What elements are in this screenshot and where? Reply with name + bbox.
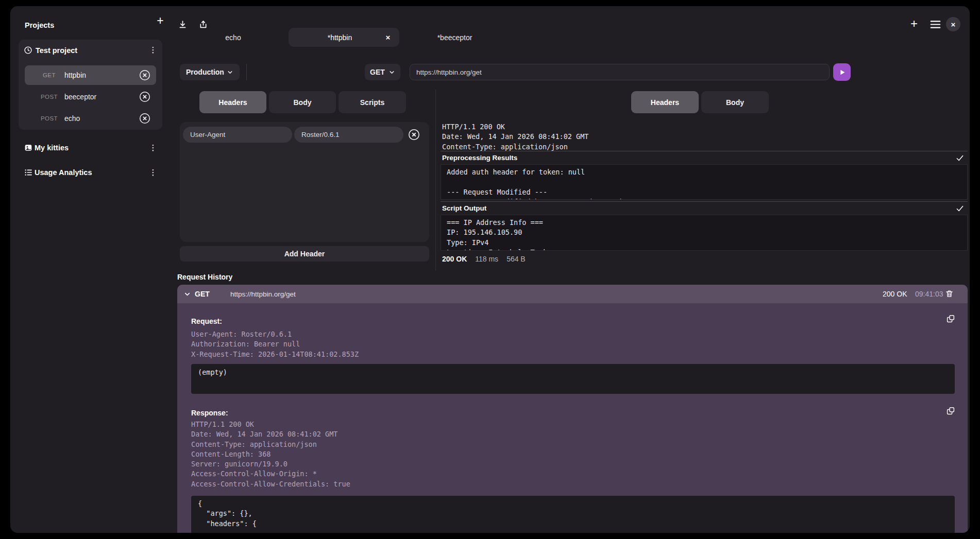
chevron-down-icon[interactable] bbox=[183, 290, 191, 298]
chevron-down-icon bbox=[388, 69, 395, 76]
tab-label: *beeceptor bbox=[437, 33, 472, 42]
project-group-title: Test project bbox=[36, 46, 77, 55]
response-tab-headers[interactable]: Headers bbox=[631, 91, 699, 113]
method-label: GET bbox=[370, 68, 385, 76]
request-section-label: Request: bbox=[191, 317, 222, 325]
history-time: 09:41:03 bbox=[915, 290, 943, 298]
request-name: beeceptor bbox=[64, 93, 96, 101]
image-icon bbox=[24, 144, 32, 152]
remove-header-button[interactable] bbox=[408, 128, 420, 141]
status-size: 564 B bbox=[506, 255, 526, 263]
tab-close-icon[interactable]: × bbox=[384, 33, 392, 42]
check-icon bbox=[955, 204, 965, 213]
response-status-bar: 200 OK 118 ms 564 B bbox=[442, 254, 526, 264]
request-tab-headers[interactable]: Headers bbox=[199, 91, 266, 113]
tab-label: Headers bbox=[651, 98, 679, 107]
sidebar: Projects + Test project ⋮ GET httpbin bbox=[10, 6, 175, 533]
remove-request-icon[interactable] bbox=[139, 112, 151, 125]
add-header-button[interactable]: Add Header bbox=[180, 246, 429, 262]
new-project-button[interactable]: + bbox=[154, 14, 166, 27]
menu-hamburger-icon[interactable] bbox=[930, 20, 941, 29]
sidebar-item-httpbin[interactable]: GET httpbin bbox=[25, 65, 156, 85]
tab-label: *httpbin bbox=[296, 33, 384, 42]
history-request-body: (empty) bbox=[191, 364, 955, 394]
send-button[interactable] bbox=[833, 63, 851, 81]
clock-icon bbox=[24, 46, 32, 55]
request-tab-scripts[interactable]: Scripts bbox=[339, 91, 406, 113]
remove-request-icon[interactable] bbox=[139, 69, 151, 81]
status-time: 118 ms bbox=[475, 255, 498, 263]
project-group-test-project: Test project ⋮ GET httpbin POST beecepto… bbox=[19, 40, 162, 130]
response-panel: Headers Body HTTP/1.1 200 OK Date: Wed, … bbox=[441, 91, 968, 271]
environment-selector[interactable]: Production bbox=[180, 64, 240, 80]
header-value-value: Roster/0.6.1 bbox=[301, 131, 340, 138]
environment-label: Production bbox=[186, 68, 224, 76]
sidebar-item-my-kitties[interactable]: My kitties ⋮ bbox=[10, 141, 175, 156]
analytics-menu-button[interactable]: ⋮ bbox=[148, 167, 158, 178]
request-name: echo bbox=[64, 114, 80, 123]
preprocessing-output: Added auth header for token: null --- Re… bbox=[441, 164, 968, 200]
tab-label: Headers bbox=[218, 98, 247, 107]
sidebar-item-label: Usage Analytics bbox=[35, 168, 92, 177]
response-tab-body[interactable]: Body bbox=[701, 91, 769, 113]
tab-label: Scripts bbox=[360, 98, 384, 107]
app-window: Projects + Test project ⋮ GET httpbin bbox=[10, 6, 970, 533]
history-entry-header[interactable]: GET https://httpbin.org/get 200 OK 09:41… bbox=[177, 285, 968, 303]
new-tab-button[interactable]: + bbox=[908, 18, 920, 30]
sidebar-item-echo[interactable]: POST echo bbox=[25, 109, 156, 128]
project-menu-button[interactable]: ⋮ bbox=[148, 45, 158, 55]
header-value-input[interactable]: Roster/0.6.1 bbox=[294, 127, 403, 143]
history-status: 200 OK bbox=[883, 290, 907, 298]
header-key-input[interactable]: User-Agent bbox=[183, 127, 292, 143]
preprocessing-results-title: Preprocessing Results bbox=[442, 154, 517, 162]
script-output-text: === IP Address Info === IP: 195.146.105.… bbox=[441, 215, 968, 251]
divider bbox=[246, 64, 247, 80]
sidebar-title: Projects bbox=[25, 21, 54, 29]
sidebar-item-usage-analytics[interactable]: Usage Analytics ⋮ bbox=[10, 165, 175, 181]
play-icon bbox=[838, 68, 846, 76]
script-output-bar: Script Output bbox=[441, 201, 968, 214]
window-close-button[interactable]: × bbox=[946, 17, 960, 31]
remove-request-icon[interactable] bbox=[139, 91, 151, 103]
response-section-label: Response: bbox=[191, 409, 228, 417]
history-request-headers: User-Agent: Roster/0.6.1 Authorization: … bbox=[191, 329, 359, 359]
tab-label: Body bbox=[726, 98, 744, 107]
tab-beeceptor[interactable]: *beeceptor bbox=[399, 28, 510, 47]
url-input[interactable]: https://httpbin.org/get bbox=[410, 64, 830, 80]
response-headers-text: HTTP/1.1 200 OK Date: Wed, 14 Jan 2026 0… bbox=[442, 122, 966, 151]
add-header-label: Add Header bbox=[284, 250, 325, 258]
copy-request-icon[interactable] bbox=[946, 314, 955, 323]
copy-response-icon[interactable] bbox=[946, 406, 955, 415]
history-url: https://httpbin.org/get bbox=[230, 290, 296, 298]
history-method: GET bbox=[195, 290, 210, 298]
header-key-value: User-Agent bbox=[190, 131, 225, 138]
check-icon bbox=[955, 153, 965, 163]
script-output-title: Script Output bbox=[442, 204, 486, 212]
history-response-headers: HTTP/1.1 200 OK Date: Wed, 14 Jan 2026 0… bbox=[191, 420, 350, 489]
method-selector[interactable]: GET bbox=[365, 64, 400, 80]
request-method-label: POST bbox=[41, 94, 58, 100]
request-panel: Headers Body Scripts User-Agent Roster/0… bbox=[180, 91, 429, 271]
tab-label: Body bbox=[294, 98, 312, 107]
request-name: httpbin bbox=[64, 71, 86, 79]
tab-label: echo bbox=[225, 33, 241, 42]
history-response-body: { "args": {}, "headers": { bbox=[191, 496, 955, 533]
column-divider bbox=[435, 90, 436, 271]
preprocessing-results-bar: Preprocessing Results bbox=[441, 151, 968, 164]
status-code: 200 OK bbox=[442, 255, 467, 263]
request-method-label: GET bbox=[43, 72, 56, 78]
request-history-title: Request History bbox=[177, 273, 232, 281]
request-method-label: POST bbox=[41, 115, 58, 121]
chevron-down-icon bbox=[227, 69, 233, 76]
tab-echo[interactable]: echo bbox=[178, 28, 289, 47]
list-icon bbox=[24, 168, 32, 177]
headers-editor-panel: User-Agent Roster/0.6.1 bbox=[180, 122, 429, 242]
sidebar-item-label: My kitties bbox=[35, 144, 69, 152]
tab-httpbin[interactable]: *httpbin × bbox=[289, 28, 399, 47]
history-entry-card: GET https://httpbin.org/get 200 OK 09:41… bbox=[177, 285, 968, 533]
url-value: https://httpbin.org/get bbox=[416, 68, 482, 76]
request-tab-body[interactable]: Body bbox=[269, 91, 336, 113]
kitties-menu-button[interactable]: ⋮ bbox=[148, 143, 158, 153]
sidebar-item-beeceptor[interactable]: POST beeceptor bbox=[25, 87, 156, 107]
delete-history-icon[interactable] bbox=[945, 289, 954, 298]
